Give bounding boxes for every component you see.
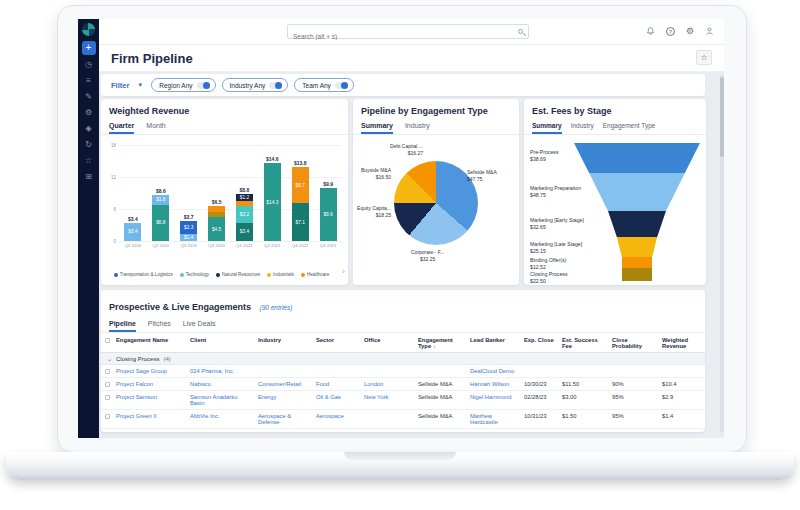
bar-total-label: $6.5 <box>208 199 225 205</box>
table-cell[interactable]: London <box>361 380 415 388</box>
table-cell: $3.00 <box>559 393 609 401</box>
star-icon[interactable]: ☆ <box>85 156 92 166</box>
table-cell: Sellside M&A <box>415 380 467 388</box>
filter-chip-industry[interactable]: Industry Any <box>222 78 289 92</box>
funnel-layer <box>574 173 700 211</box>
table-cell[interactable]: Client <box>187 336 255 344</box>
legend-item[interactable]: Industrials <box>267 272 294 277</box>
row-checkbox[interactable] <box>105 382 110 387</box>
bar-q4-2020: $6.5$4.5Q4 2020 <box>208 199 225 241</box>
funnel-chart <box>574 143 700 281</box>
filter-chip-region[interactable]: Region Any <box>151 78 215 92</box>
table-cell[interactable]: Engagement Name <box>113 336 187 344</box>
tab-summary[interactable]: Summary <box>532 122 562 134</box>
table-cell[interactable]: Project Samson <box>113 393 187 401</box>
tab-industry[interactable]: Industry <box>405 122 430 134</box>
grid-icon[interactable]: ⊞ <box>85 172 92 182</box>
chip-toggle[interactable] <box>335 82 348 89</box>
table-cell[interactable]: Food <box>313 380 361 388</box>
sort-desc-icon[interactable]: ↓ <box>433 343 436 349</box>
table-cell[interactable]: Est. Success Fee <box>559 336 609 350</box>
legend-item[interactable]: Technology <box>180 272 209 277</box>
table-cell[interactable]: Project Green II <box>113 412 187 420</box>
legend-label: Transportation & Logistics <box>120 272 173 277</box>
row-checkbox[interactable] <box>105 395 110 400</box>
chip-toggle[interactable] <box>197 82 210 89</box>
header-checkbox[interactable] <box>105 338 110 343</box>
bar-segment: $6.7 <box>292 167 309 203</box>
tab-month[interactable]: Month <box>146 122 165 134</box>
filter-chip-team[interactable]: Team Any <box>294 78 354 92</box>
scrollbar-thumb[interactable] <box>720 77 724 157</box>
table-cell <box>361 412 415 414</box>
chip-label: Region Any <box>159 82 192 89</box>
table-cell[interactable]: New York <box>361 393 415 401</box>
table-cell: $11.50 <box>559 380 609 388</box>
table-cell[interactable]: Industry <box>255 336 313 344</box>
table-cell[interactable]: Close Probability <box>609 336 659 350</box>
group-collapse-icon[interactable]: ⌄ <box>107 355 112 362</box>
search-input[interactable] <box>288 30 528 43</box>
bar-stack: $3.4 <box>124 223 141 241</box>
pencil-icon[interactable]: ✎ <box>85 92 92 102</box>
bar-x-label: Q2 2021 <box>259 243 286 248</box>
table-cell[interactable]: Exp. Close <box>521 336 559 344</box>
user-icon[interactable] <box>705 26 714 36</box>
table-cell[interactable]: Project Sage Group <box>113 367 187 375</box>
gear-icon[interactable]: ⚙ <box>85 108 92 118</box>
tab-industry[interactable]: Industry <box>571 122 594 134</box>
table-cell[interactable]: AbbVie Inc. <box>187 412 255 420</box>
tab-pipeline[interactable]: Pipeline <box>109 320 136 332</box>
bar-total-label: $13.8 <box>292 160 309 166</box>
table-cell[interactable]: Energy <box>255 393 313 401</box>
chart-title: Est. Fees by Stage <box>524 99 706 116</box>
table-cell[interactable]: Samson Anadarko Basin <box>187 393 255 407</box>
row-checkbox[interactable] <box>105 369 110 374</box>
bar-segment: $3.4 <box>124 223 141 241</box>
legend-item[interactable]: Transportation & Logistics <box>114 272 173 277</box>
gear-icon[interactable]: ⚙ <box>686 26 694 36</box>
table-cell[interactable]: Oil & Gas <box>313 393 361 401</box>
bell-icon[interactable] <box>646 26 655 36</box>
table-cell[interactable]: Nigel Hammond <box>467 393 521 401</box>
table-cell[interactable]: Engagement Type↓ <box>415 336 467 350</box>
table-cell[interactable]: Office <box>361 336 415 344</box>
table-cell[interactable]: Matthew Hardcastle <box>467 412 521 426</box>
tab-live-deals[interactable]: Live Deals <box>183 320 216 332</box>
tab-summary[interactable]: Summary <box>361 122 393 134</box>
table-cell <box>101 412 113 420</box>
tab-engagement-type[interactable]: Engagement Type <box>603 122 656 134</box>
legend-item[interactable]: Natural Resources <box>216 272 260 277</box>
table-cell[interactable]: Aerospace & Defense <box>255 412 313 426</box>
row-checkbox[interactable] <box>105 414 110 419</box>
sidebar: + ◷≡✎⚙◈↻☆⊞ <box>78 19 99 438</box>
clock-icon[interactable]: ◷ <box>85 60 92 70</box>
tab-quarter[interactable]: Quarter <box>109 122 134 134</box>
table-cell[interactable]: Aerospace <box>313 412 361 420</box>
add-new-button[interactable]: + <box>82 41 96 55</box>
chip-toggle[interactable] <box>269 82 282 89</box>
table-cell[interactable]: Sector <box>313 336 361 344</box>
table-cell[interactable]: Project Falcon <box>113 380 187 388</box>
vertical-scrollbar[interactable] <box>720 75 724 432</box>
funnel-layer <box>574 257 700 268</box>
help-icon[interactable]: ? <box>666 27 675 36</box>
table-cell[interactable]: Lead Banker <box>467 336 521 344</box>
bar-stack: $14.3 <box>264 163 281 241</box>
favorite-star-button[interactable]: ☆ <box>696 50 712 65</box>
legend-item[interactable]: Healthcare <box>301 272 329 277</box>
pie-chart <box>394 161 478 245</box>
table-cell[interactable]: Weighted Revenue <box>659 336 705 350</box>
history-icon[interactable]: ↻ <box>85 140 92 150</box>
utility-icons: ? ⚙ <box>646 26 714 36</box>
filter-label[interactable]: Filter <box>111 81 129 90</box>
tag-icon[interactable]: ◈ <box>85 124 91 134</box>
table-cell[interactable]: 024 Pharma, Inc. <box>187 367 255 375</box>
tab-pitches[interactable]: Pitches <box>148 320 171 332</box>
table-cell[interactable]: DealCloud Demo <box>467 367 521 375</box>
table-cell[interactable]: Nabisco <box>187 380 255 388</box>
table-cell[interactable]: Hannah Wilson <box>467 380 521 388</box>
list-icon[interactable]: ≡ <box>86 76 91 86</box>
table-cell[interactable]: Consumer/Retail <box>255 380 313 388</box>
legend-more-chevron-icon[interactable]: › <box>342 267 345 276</box>
